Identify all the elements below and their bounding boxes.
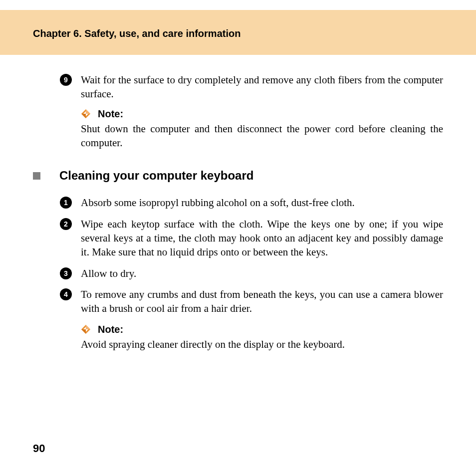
chapter-title: Chapter 6. Safety, use, and care informa… bbox=[33, 28, 476, 39]
svg-marker-8 bbox=[81, 329, 86, 334]
note-header: Note: bbox=[81, 108, 443, 120]
svg-marker-4 bbox=[81, 114, 86, 118]
header-band: Chapter 6. Safety, use, and care informa… bbox=[0, 10, 476, 55]
note-header: Note: bbox=[81, 324, 443, 335]
manual-page: Chapter 6. Safety, use, and care informa… bbox=[0, 0, 476, 476]
note-label: Note: bbox=[98, 108, 123, 120]
page-number: 90 bbox=[33, 442, 45, 455]
step-item: 2 Wipe each keytop surface with the clot… bbox=[60, 217, 443, 259]
diamond-icon bbox=[81, 109, 91, 119]
content-area: 9 Wait for the surface to dry completely… bbox=[0, 55, 476, 351]
step-text: Absorb some isopropyl rubbing alcohol on… bbox=[81, 196, 443, 210]
step-item: 3 Allow to dry. bbox=[60, 266, 443, 280]
step-text: Wait for the surface to dry completely a… bbox=[81, 73, 443, 101]
step-item: 1 Absorb some isopropyl rubbing alcohol … bbox=[60, 196, 443, 210]
step-text: To remove any crumbs and dust from benea… bbox=[81, 287, 443, 316]
step-number-badge: 3 bbox=[60, 267, 72, 279]
note-text: Avoid spraying cleaner directly on the d… bbox=[81, 337, 443, 351]
step-number-badge: 2 bbox=[60, 218, 72, 230]
note-text: Shut down the computer and then disconne… bbox=[81, 122, 443, 150]
note-block: Note: Avoid spraying cleaner directly on… bbox=[81, 324, 443, 351]
step-number-badge: 9 bbox=[60, 74, 72, 86]
note-block: Note: Shut down the computer and then di… bbox=[81, 108, 443, 150]
step-number-badge: 1 bbox=[60, 197, 72, 209]
note-label: Note: bbox=[98, 324, 123, 335]
diamond-icon bbox=[81, 324, 91, 334]
square-bullet-icon bbox=[33, 172, 40, 180]
step-text: Wipe each keytop surface with the cloth.… bbox=[81, 217, 443, 259]
section-heading-row: Cleaning your computer keyboard bbox=[33, 169, 443, 183]
step-number-badge: 4 bbox=[60, 288, 72, 300]
step-item: 9 Wait for the surface to dry completely… bbox=[60, 73, 443, 101]
step-item: 4 To remove any crumbs and dust from ben… bbox=[60, 287, 443, 316]
step-text: Allow to dry. bbox=[81, 266, 443, 280]
svg-marker-7 bbox=[86, 325, 90, 329]
section-heading: Cleaning your computer keyboard bbox=[59, 169, 253, 183]
svg-marker-3 bbox=[86, 109, 90, 114]
